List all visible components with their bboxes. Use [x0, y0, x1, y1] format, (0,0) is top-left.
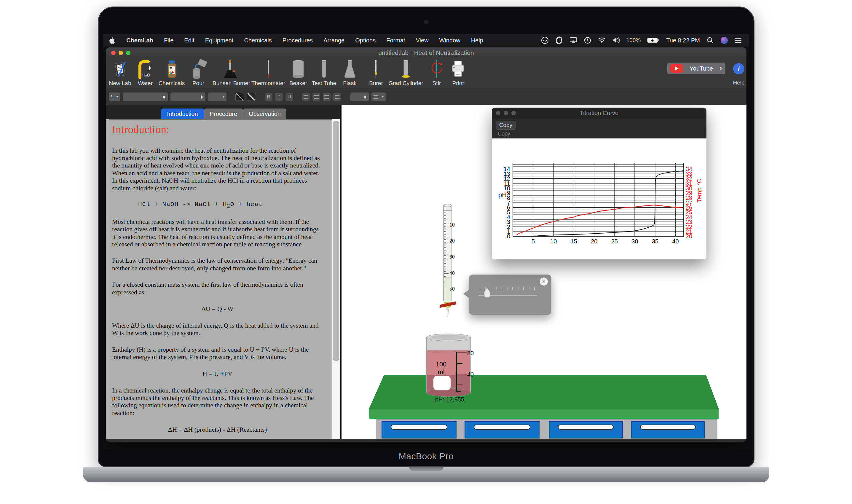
menu-clock[interactable]: Tue 8:22 PM [666, 37, 700, 44]
lab-panel: 80 40 100 ml pH: 12.955 [342, 105, 746, 439]
svg-text:25: 25 [611, 238, 618, 245]
apple-icon[interactable] [108, 36, 115, 44]
text-block: Enthalpy (H) is a property of a system a… [112, 346, 323, 362]
svg-text:100: 100 [436, 360, 447, 368]
notification-center-icon[interactable] [734, 36, 742, 44]
menu-item-options[interactable]: Options [355, 37, 376, 44]
window-titlebar[interactable]: untitled.lab - Heat of Neutralization [106, 48, 746, 58]
menu-item-window[interactable]: Window [439, 37, 460, 44]
stage: ChemLab File Edit Equipment Chemicals Pr… [0, 0, 852, 504]
svg-text:14: 14 [504, 166, 510, 172]
svg-text:35: 35 [652, 238, 658, 245]
slider-thumb[interactable] [483, 288, 491, 299]
info-icon[interactable]: i [733, 63, 744, 74]
wifi-icon[interactable] [598, 36, 606, 44]
drawer[interactable] [382, 421, 456, 438]
svg-text:30: 30 [631, 238, 638, 245]
toolbar-grad-cylinder-button[interactable]: Grad Cylinder [388, 59, 424, 87]
document-scrollbar[interactable] [332, 119, 340, 439]
titration-toolbar: Copy Copy [492, 119, 706, 139]
align-left-button[interactable] [302, 93, 310, 101]
menu-item-help[interactable]: Help [471, 37, 483, 44]
font-size-select[interactable]: ▾ [208, 92, 226, 102]
pour-icon [181, 59, 216, 79]
menu-item-arrange[interactable]: Arrange [323, 37, 344, 44]
battery-percent: 100% [627, 37, 641, 43]
drawer[interactable] [465, 421, 540, 438]
copy-label: Copy [498, 131, 510, 137]
menu-item-view[interactable]: View [416, 37, 429, 44]
toolbar-bunsen-burner-button[interactable]: Bunsen Burner [213, 59, 248, 87]
tab-observation[interactable]: Observation [243, 108, 286, 119]
bold-button[interactable]: B [265, 93, 272, 101]
burette[interactable]: 10 20 30 40 50 [440, 202, 456, 318]
underline-button[interactable]: U [286, 93, 293, 101]
text-color-button[interactable] [235, 93, 244, 101]
paragraph-style-button[interactable]: ¶▾ [109, 92, 120, 102]
menu-item-procedures[interactable]: Procedures [283, 37, 313, 44]
help-label: Help [729, 79, 746, 86]
scrollbar-thumb[interactable] [333, 121, 339, 361]
svg-text:10: 10 [449, 222, 455, 228]
laptop-notch [409, 467, 443, 471]
popup-tail [463, 289, 469, 298]
text-block: Most chemical reactions will have a heat… [112, 218, 323, 250]
menu-item-file[interactable]: File [164, 37, 174, 44]
volume-icon[interactable] [612, 36, 620, 44]
svg-text:20: 20 [449, 238, 455, 244]
toolbar-pour-button[interactable]: Pour [181, 59, 216, 87]
airplay-icon[interactable] [569, 36, 577, 44]
drawer-handle[interactable] [640, 425, 696, 430]
menu-item-format[interactable]: Format [386, 37, 405, 44]
drawer-handle[interactable] [558, 425, 614, 430]
loop-app-icon[interactable] [555, 36, 563, 44]
svg-text:40: 40 [449, 271, 455, 276]
tab-procedure[interactable]: Procedure [204, 108, 243, 119]
menu-item-app[interactable]: ChemLab [126, 37, 153, 44]
align-right-button[interactable] [323, 93, 330, 101]
toolbar-print-button[interactable]: Print [440, 59, 476, 87]
tab-strip: Introduction Procedure Observation [106, 105, 340, 119]
flow-slider-popup: ✕ [469, 274, 551, 315]
menu-item-edit[interactable]: Edit [184, 37, 194, 44]
youtube-dropdown[interactable]: YouTube ▲▼ [667, 62, 725, 74]
document-panel: Introduction Procedure Observation Intro… [106, 105, 340, 439]
drawer[interactable] [549, 421, 623, 438]
drawer-handle[interactable] [391, 425, 447, 430]
titration-chart: 0123456789101112131420212223242526272829… [492, 139, 706, 259]
grad-cylinder-icon [388, 59, 424, 79]
copy-button[interactable]: Copy [496, 121, 515, 129]
webcam-icon [425, 20, 428, 23]
beaker-100ml[interactable]: 80 40 100 ml [423, 331, 474, 404]
spotlight-search-icon[interactable] [706, 36, 714, 44]
menu-item-chemicals[interactable]: Chemicals [244, 37, 272, 44]
italic-button[interactable]: I [275, 93, 283, 101]
battery-icon[interactable] [647, 37, 659, 43]
list-icon [374, 95, 378, 99]
titration-curve-window: Titration Curve Copy Copy 01234567891011… [492, 108, 706, 259]
menu-item-equipment[interactable]: Equipment [205, 37, 234, 44]
chevron-updown-icon: ▲▼ [162, 95, 166, 99]
text-block: In this lab you will examine the heat of… [112, 147, 323, 193]
tab-introduction[interactable]: Introduction [161, 108, 204, 119]
siri-icon[interactable] [721, 37, 728, 44]
close-icon[interactable]: ✕ [540, 277, 548, 286]
window-title: untitled.lab - Heat of Neutralization [106, 49, 746, 56]
drawer-handle[interactable] [474, 425, 530, 430]
align-center-button[interactable] [312, 93, 320, 101]
align-justify-button[interactable] [333, 93, 341, 101]
drawer[interactable] [631, 421, 705, 438]
creative-cloud-icon[interactable] [541, 36, 549, 44]
time-machine-icon[interactable] [584, 36, 592, 44]
spacing-select[interactable]: ▲▼ [350, 92, 369, 102]
bunsen-burner-icon [213, 59, 248, 79]
highlight-color-button[interactable] [247, 93, 256, 101]
font-style-select[interactable]: ▲▼ [170, 92, 205, 102]
svg-text:Temp °C: Temp °C [696, 179, 703, 203]
list-style-button[interactable]: ▾ [371, 92, 386, 102]
text-block: ΔU = Q - W [112, 305, 323, 314]
laptop-brand: MacBook Pro [99, 451, 754, 461]
titration-titlebar[interactable]: Titration Curve [492, 108, 706, 119]
text-block: Introduction: [112, 123, 323, 138]
font-family-select[interactable]: ▲▼ [123, 92, 168, 102]
